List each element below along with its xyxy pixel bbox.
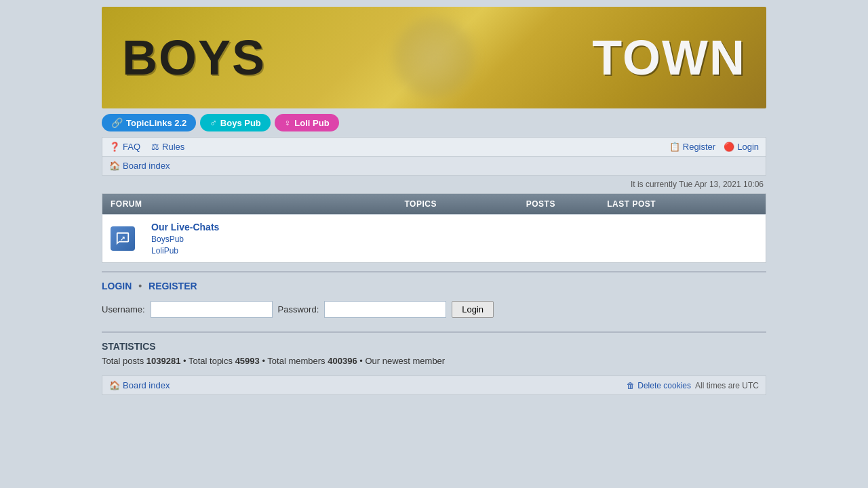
- forum-col-header: FORUM: [102, 194, 359, 215]
- total-members-label: Total members: [267, 356, 325, 366]
- stats-header: STATISTICS: [102, 337, 766, 354]
- login-label: Login: [737, 142, 759, 152]
- banner-title-right: TOWN: [592, 30, 746, 85]
- stats-sep1: •: [183, 356, 189, 366]
- board-index-breadcrumb[interactable]: 🏠 Board index: [109, 161, 170, 171]
- board-index-label: Board index: [123, 161, 170, 171]
- footer-right: 🗑 Delete cookies All times are UTC: [627, 381, 759, 390]
- forum-title-link[interactable]: Our Live-Chats: [151, 222, 219, 232]
- svg-text:↗: ↗: [120, 235, 125, 242]
- login-button[interactable]: Login: [452, 301, 494, 318]
- datetime-text: It is currently Tue Apr 13, 2021 10:06: [631, 180, 764, 189]
- total-members-value: 400396: [328, 356, 357, 366]
- site-banner: BOYS TOWN: [102, 7, 766, 108]
- topiclinks-label: TopicLinks 2.2: [126, 118, 186, 128]
- login-divider: [102, 271, 766, 272]
- footer-board-index[interactable]: 🏠 Board index: [109, 380, 170, 390]
- total-posts-value: 1039281: [146, 356, 181, 366]
- total-topics-value: 45993: [235, 356, 260, 366]
- faq-link[interactable]: ❓ FAQ: [109, 142, 140, 152]
- password-label: Password:: [278, 304, 319, 314]
- table-row: ↗ Our Live-Chats BoysPub LoliPub: [102, 215, 766, 263]
- rules-link[interactable]: ⚖ Rules: [151, 142, 184, 152]
- boys-pub-icon: ♂: [210, 117, 217, 128]
- breadcrumb-bar: 🏠 Board index: [102, 157, 766, 176]
- newest-member-label: Our newest member: [365, 356, 445, 366]
- topics-cell: [359, 215, 483, 263]
- login-header-register-label: REGISTER: [149, 281, 197, 291]
- register-label: Register: [683, 142, 715, 152]
- forum-chat-icon: ↗: [111, 226, 135, 251]
- loli-pub-label: Loli Pub: [294, 118, 329, 128]
- total-topics-label: Total topics: [189, 356, 233, 366]
- footer-home-icon: 🏠: [109, 380, 120, 390]
- register-link[interactable]: 📋 Register: [669, 142, 715, 152]
- stats-text: Total posts 1039281 • Total topics 45993…: [102, 354, 766, 373]
- topiclinks-pill[interactable]: 🔗 TopicLinks 2.2: [102, 114, 196, 131]
- top-nav-right: 📋 Register 🔴 Login: [669, 142, 759, 152]
- lolipub-sub-link[interactable]: LoliPub: [151, 246, 351, 256]
- loli-pub-pill[interactable]: ♀ Loli Pub: [275, 114, 339, 131]
- delete-cookies-label: Delete cookies: [637, 381, 691, 390]
- topiclinks-icon: 🔗: [111, 117, 123, 128]
- posts-cell: [483, 215, 599, 263]
- login-section-header: LOGIN • REGISTER: [102, 277, 766, 296]
- login-icon: 🔴: [724, 142, 734, 152]
- rules-label: Rules: [162, 142, 184, 152]
- stats-divider: [102, 331, 766, 333]
- faq-label: FAQ: [123, 142, 140, 152]
- login-separator: •: [138, 281, 142, 291]
- banner-decoration: [393, 17, 475, 98]
- username-input[interactable]: [151, 301, 273, 318]
- forum-icon-cell: ↗: [102, 215, 144, 263]
- forum-table: FORUM TOPICS POSTS LAST POST ↗ Our Liv: [102, 193, 766, 263]
- footer-bar: 🏠 Board index 🗑 Delete cookies All times…: [102, 375, 766, 395]
- login-header-login-label: LOGIN: [102, 281, 132, 291]
- register-icon: 📋: [669, 142, 680, 152]
- banner-title-left: BOYS: [122, 30, 266, 85]
- username-label: Username:: [102, 304, 145, 314]
- top-nav-bar: ❓ FAQ ⚖ Rules 📋 Register 🔴 Login: [102, 137, 766, 157]
- last-post-cell: [599, 215, 766, 263]
- boyspub-sub-link[interactable]: BoysPub: [151, 235, 351, 244]
- timezone-text: All times are UTC: [695, 381, 759, 390]
- last-post-col-header: LAST POST: [599, 194, 766, 215]
- forum-details-cell: Our Live-Chats BoysPub LoliPub: [143, 215, 359, 263]
- topics-col-header: TOPICS: [359, 194, 483, 215]
- boys-pub-label: Boys Pub: [220, 118, 261, 128]
- rules-icon: ⚖: [151, 142, 159, 152]
- total-posts-label: Total posts: [102, 356, 144, 366]
- trash-icon: 🗑: [627, 381, 635, 390]
- loli-pub-icon: ♀: [284, 117, 292, 128]
- password-input[interactable]: [324, 301, 446, 318]
- boys-pub-pill[interactable]: ♂ Boys Pub: [200, 114, 270, 131]
- login-header-login[interactable]: LOGIN: [102, 281, 134, 291]
- footer-board-index-label: Board index: [123, 380, 170, 390]
- delete-cookies-link[interactable]: 🗑 Delete cookies: [627, 381, 691, 390]
- forum-table-header: FORUM TOPICS POSTS LAST POST: [102, 194, 766, 215]
- top-nav-left: ❓ FAQ ⚖ Rules: [109, 142, 184, 152]
- nav-pills-bar: 🔗 TopicLinks 2.2 ♂ Boys Pub ♀ Loli Pub: [102, 108, 766, 137]
- faq-icon: ❓: [109, 142, 120, 152]
- login-form: Username: Password: Login: [102, 296, 766, 323]
- login-link[interactable]: 🔴 Login: [724, 142, 759, 152]
- login-header-register[interactable]: REGISTER: [149, 281, 197, 291]
- posts-col-header: POSTS: [483, 194, 599, 215]
- home-icon: 🏠: [109, 161, 120, 171]
- datetime-bar: It is currently Tue Apr 13, 2021 10:06: [102, 176, 766, 193]
